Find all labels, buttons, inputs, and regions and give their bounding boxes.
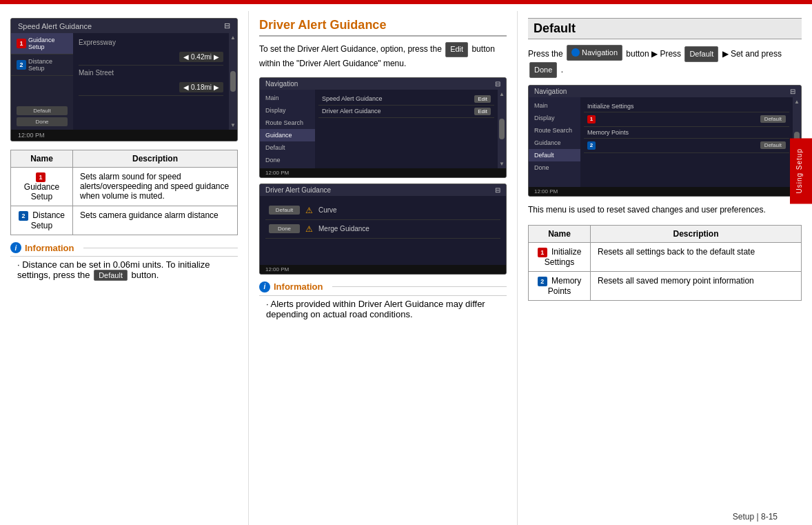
table-cell-name-1: 1 Guidance Setup: [11, 168, 73, 206]
scroll-thumb[interactable]: [230, 71, 236, 92]
ss-sidebar-guidance: Guidance: [260, 129, 315, 141]
driver-label-merge: Merge Guidance: [318, 225, 369, 232]
right-table-cell-desc-1: Resets all settings back to the default …: [591, 242, 802, 271]
warning-icon-curve: ⚠: [305, 206, 313, 215]
info-box-mid: i Information Alerts provided within Dri…: [259, 281, 507, 319]
scroll-down[interactable]: ▼: [230, 122, 236, 128]
nav-ss-content: Speed Alert Guidance Edit Driver Alert G…: [315, 90, 498, 168]
arrow-right-ms: ▶: [214, 83, 219, 91]
nav-scroll-down[interactable]: ▼: [499, 161, 505, 167]
screenshot-title: Speed Alert Guidance: [18, 22, 92, 30]
initialize-title: Initialize Settings: [584, 101, 789, 112]
mainstreet-label: Main Street: [79, 69, 223, 77]
default-badge-1: 1: [587, 115, 596, 123]
nav-ss-title: Navigation: [265, 80, 298, 88]
edit-driver-btn[interactable]: Edit: [474, 108, 491, 115]
default-btn-ref-right: Default: [684, 46, 718, 62]
default-btn-row2[interactable]: Default: [760, 141, 786, 149]
info-bullets-left: Distance can be set in 0.06mi units. To …: [10, 259, 238, 281]
default-sidebar-done: Done: [529, 161, 580, 174]
sidebar-tab-2: 2 DistanceSetup: [11, 55, 73, 76]
edit-speed-btn[interactable]: Edit: [474, 95, 491, 103]
info-bullets-mid: Alerts provided within Driver Alert Guid…: [259, 299, 507, 319]
edit-btn-ref-1: Edit: [445, 42, 468, 57]
driver-btn-done[interactable]: Done: [269, 224, 300, 233]
info-box-left: i Information Distance can be set in 0.0…: [10, 242, 238, 281]
default-footer-time: 12:00 PM: [534, 188, 558, 195]
default-screenshot: Navigation ⊟ Main Display Route Search G…: [528, 85, 802, 197]
info-icon-left: i: [10, 242, 21, 253]
info-icon-mid: i: [259, 281, 270, 293]
page-footer: Setup | 8-15: [733, 512, 778, 522]
btn-default-left[interactable]: Default: [17, 106, 68, 115]
btn-done-left[interactable]: Done: [17, 117, 68, 126]
nav-scroll-up[interactable]: ▲: [499, 91, 505, 97]
default-sidebar-guidance: Guidance: [529, 137, 580, 149]
right-section-title: Default: [528, 18, 802, 39]
mid-intro: To set the Driver Alert Guidance, option…: [259, 42, 507, 70]
default-ss-content: Initialize Settings 1 Default Memory Poi…: [580, 97, 793, 187]
driver-ss-footer: 12:00 PM: [260, 265, 506, 274]
ss-sidebar-main: Main: [260, 92, 315, 104]
screenshot-main: Expressway ◀ 0.42mi ▶ Main Street ◀: [73, 33, 229, 130]
ss-sidebar-route: Route Search: [260, 117, 315, 129]
table-row: 2 Memory Points Resets all saved memory …: [529, 271, 802, 300]
right-intro: Press the Navigation button ▶ Press Defa…: [528, 45, 802, 78]
info-bullet-mid-1: Alerts provided within Driver Alert Guid…: [266, 299, 507, 319]
table-cell-name-2: 2 Distance Setup: [11, 206, 73, 235]
badge-1: 1: [17, 39, 26, 48]
right-table-cell-desc-2: Resets all saved memory point informatio…: [591, 271, 802, 300]
right-desc: This menu is used to reset saved changes…: [528, 204, 802, 217]
driver-ss-body: Default ⚠ Curve Done ⚠ Merge Guidance: [260, 196, 506, 265]
nav-row-driver: Driver Alert Guidance Edit: [318, 106, 494, 118]
driver-btn-default[interactable]: Default: [269, 206, 300, 215]
default-btn-ref: Default: [94, 270, 128, 281]
memory-points-title: Memory Points: [584, 127, 789, 139]
right-table-cell-name-1: 1 Initialize Settings: [529, 242, 591, 271]
ss-sidebar-display: Display: [260, 104, 315, 117]
mid-section-title: Driver Alert Guidance: [259, 18, 507, 37]
default-scroll-up[interactable]: ▲: [794, 99, 800, 105]
mainstreet-value: ◀ 0.18mi ▶: [179, 82, 223, 92]
badge-row1: 1: [36, 172, 45, 182]
nav-icon-small: [571, 48, 580, 57]
right-column: Default Press the Navigation button ▶ Pr…: [517, 11, 812, 525]
default-badge-2: 2: [587, 141, 596, 150]
right-table-cell-name-2: 2 Memory Points: [529, 271, 591, 300]
right-table: Name Description 1 Initialize Settings R…: [528, 225, 802, 301]
badge-2: 2: [17, 60, 26, 70]
nav-footer-time: 12:00 PM: [265, 170, 289, 176]
ss-sidebar-done: Done: [260, 154, 315, 166]
right-badge-2: 2: [538, 277, 547, 286]
screenshot-corner-icon: ⊟: [224, 21, 230, 30]
side-tab-label: Using Setup: [795, 148, 803, 193]
default-ss-icon: ⊟: [790, 88, 795, 95]
info-title-mid: i Information: [259, 281, 507, 296]
sidebar-tab-1: 1 GuidanceSetup: [11, 33, 73, 55]
driver-ss-header: Driver Alert Guidance ⊟: [260, 184, 506, 196]
default-row-1: 1 Default: [584, 112, 789, 127]
expressway-value: ◀ 0.42mi ▶: [179, 52, 223, 62]
screenshot-footer: 12:00 PM: [11, 130, 237, 141]
mid-column: Driver Alert Guidance To set the Driver …: [248, 11, 517, 525]
nav-screenshot: Navigation ⊟ Main Display Route Search G…: [259, 77, 507, 178]
info-bullet-1: Distance can be set in 0.06mi units. To …: [17, 259, 238, 281]
driver-row-merge: Done ⚠ Merge Guidance: [265, 220, 500, 239]
left-column: Speed Alert Guidance ⊟ 1 GuidanceSetup 2…: [0, 11, 248, 525]
footer-time-left: 12:00 PM: [18, 132, 45, 139]
nav-scrollbar[interactable]: ▲ ▼: [498, 90, 506, 168]
scrollbar[interactable]: ▲ ▼: [229, 33, 237, 130]
driver-label-curve: Curve: [318, 206, 337, 214]
scroll-up[interactable]: ▲: [230, 34, 236, 41]
table-cell-desc-1: Sets alarm sound for speed alerts/oversp…: [73, 168, 238, 206]
nav-scroll-thumb[interactable]: [499, 119, 505, 139]
side-tab: Using Setup: [790, 138, 812, 204]
default-btn-row1[interactable]: Default: [760, 115, 786, 123]
expressway-label: Expressway: [79, 39, 223, 46]
default-sidebar-route: Route Search: [529, 124, 580, 137]
navigation-btn-ref: Navigation: [567, 45, 622, 61]
nav-ss-header: Navigation ⊟: [260, 78, 506, 90]
badge-row2: 2: [19, 211, 28, 221]
right-table-header-name: Name: [529, 225, 591, 242]
driver-ss-title: Driver Alert Guidance: [265, 186, 331, 194]
